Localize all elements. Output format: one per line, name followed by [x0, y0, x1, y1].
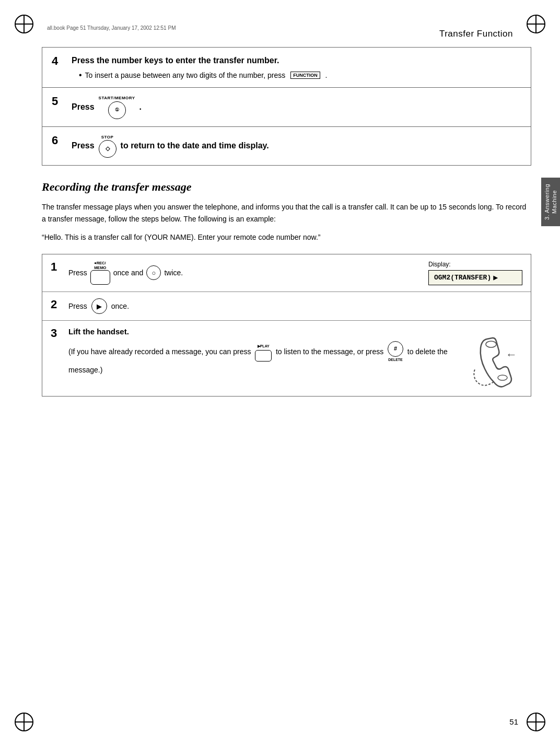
function-button: FUNCTION: [290, 72, 320, 79]
stop-button: STOP ◇: [99, 134, 116, 158]
lower-step-1-inner: 1 Press ●REC/ MEMO once and: [51, 261, 522, 285]
lower-step-3: 3 Lift the handset. (If you have already…: [42, 321, 531, 396]
step-4-box: 4 Press the number keys to enter the tra…: [42, 47, 531, 88]
step-4-bullet: To insert a pause between any two digits…: [72, 71, 521, 80]
upper-steps: 4 Press the number keys to enter the tra…: [42, 47, 531, 166]
lower-step-2-row: 2 Press ▶ once.: [51, 298, 522, 314]
lower-step-1-content: Press ●REC/ MEMO once and: [68, 261, 428, 285]
step-4-content: Press the number keys to enter the trans…: [72, 55, 521, 80]
svg-point-1: [498, 375, 507, 380]
play-button-2: ▶: [91, 298, 107, 314]
crosshair-tl: [15, 15, 33, 33]
lower-step-1-left: 1 Press ●REC/ MEMO once and: [51, 261, 428, 285]
step-5-title: Press START/MEMORY ① .: [72, 95, 521, 119]
step-4-row: 4 Press the number keys to enter the tra…: [52, 55, 521, 80]
step-6-row: 6 Press STOP ◇ to return to the date and…: [52, 134, 521, 158]
lower-step-3-row: 3 Lift the handset. (If you have already…: [51, 327, 522, 390]
lower-steps: 1 Press ●REC/ MEMO once and: [42, 254, 531, 397]
svg-text:←: ←: [506, 348, 517, 361]
step-6-number: 6: [52, 134, 66, 147]
delete-button-inline: # DELETE: [388, 341, 403, 364]
page-number: 51: [509, 717, 518, 726]
page-title: Transfer Function: [439, 29, 513, 39]
main-content: 4 Press the number keys to enter the tra…: [42, 47, 531, 709]
step-4-number: 4: [52, 55, 66, 67]
lower-step-1-row: 1 Press ●REC/ MEMO once and: [51, 261, 428, 285]
lower-step-1: 1 Press ●REC/ MEMO once and: [42, 254, 531, 292]
lower-step-3-number: 3: [51, 327, 64, 390]
handset-image: ←: [454, 327, 522, 390]
display-label: Display:: [428, 261, 522, 268]
step-4-title: Press the number keys to enter the trans…: [72, 55, 521, 66]
step-6-content: Press STOP ◇ to return to the date and t…: [72, 134, 521, 158]
header-meta: all.book Page 51 Thursday, January 17, 2…: [47, 25, 176, 31]
step-5-number: 5: [52, 95, 66, 108]
step-5-row: 5 Press START/MEMORY ① .: [52, 95, 521, 119]
lower-step-2: 2 Press ▶ once.: [42, 292, 531, 321]
start-memory-button: START/MEMORY ①: [99, 95, 135, 119]
section-para1: The transfer message plays when you answ…: [42, 201, 531, 225]
display-screen: OGM2(TRANSFER) ▶: [428, 270, 522, 285]
lower-step-3-content: Lift the handset. (If you have already r…: [68, 327, 450, 390]
step-3-title: Lift the handset.: [68, 327, 450, 336]
crosshair-br: [527, 713, 545, 731]
lower-step-1-display: Display: OGM2(TRANSFER) ▶: [428, 261, 522, 285]
play-button-inline: ▶PLAY: [255, 343, 272, 362]
section-para2: “Hello. This is a transfer call for (YOU…: [42, 231, 531, 243]
svg-point-0: [486, 341, 496, 347]
section-heading: Recording the transfer message: [42, 180, 531, 194]
side-tab: 3. AnsweringMachine: [541, 178, 560, 226]
step-6-title: Press STOP ◇ to return to the date and t…: [72, 134, 521, 158]
step-5-content: Press START/MEMORY ① .: [72, 95, 521, 119]
step-6-box: 6 Press STOP ◇ to return to the date and…: [42, 127, 531, 166]
step-3-para: (If you have already recorded a message,…: [68, 341, 450, 377]
crosshair-tr: [527, 15, 545, 33]
crosshair-bl: [15, 713, 33, 731]
rec-memo-button: ●REC/ MEMO: [90, 261, 110, 285]
handset-svg: ←: [460, 332, 517, 390]
lower-step-3-inner: 3 Lift the handset. (If you have already…: [51, 327, 522, 390]
nav-circle-button: ○: [146, 265, 161, 280]
lower-step-1-number: 1: [51, 261, 64, 273]
lower-step-2-number: 2: [51, 298, 64, 311]
lower-step-2-content: Press ▶ once.: [68, 298, 522, 314]
step-5-box: 5 Press START/MEMORY ① .: [42, 88, 531, 126]
